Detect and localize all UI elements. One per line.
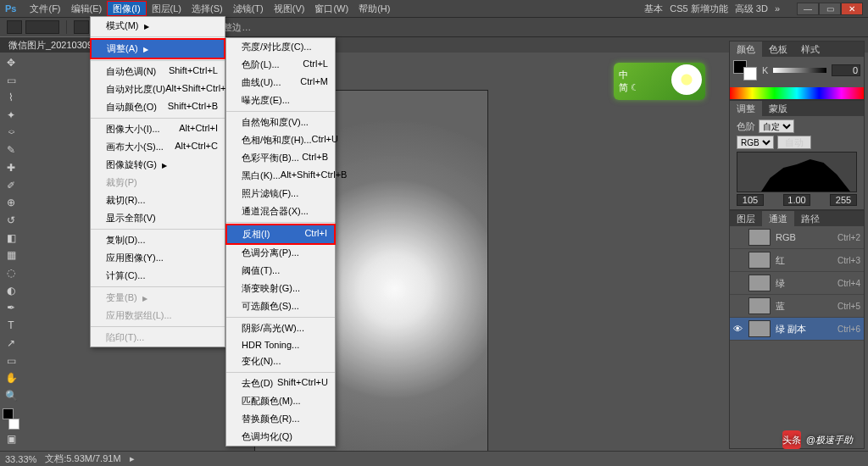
menuitem-色调分离(P)...[interactable]: 色调分离(P)... <box>226 244 335 262</box>
visibility-icon[interactable]: 👁 <box>733 324 745 334</box>
menuitem-变化(N)...[interactable]: 变化(N)... <box>226 352 335 370</box>
menu-编辑(E)[interactable]: 编辑(E) <box>66 2 108 15</box>
menuitem-自动色调(N)[interactable]: 自动色调(N)Shift+Ctrl+L <box>91 63 225 80</box>
fg-bg-icon[interactable] <box>733 60 757 80</box>
history-brush-tool[interactable]: ↺ <box>3 212 19 229</box>
channel-select[interactable]: RGB <box>737 136 774 149</box>
workspace-switcher[interactable]: 基本 CS5 新增功能 高级 3D » — ▭ ✕ <box>644 3 863 15</box>
menuitem-色相/饱和度(H)...[interactable]: 色相/饱和度(H)...Ctrl+U <box>226 131 335 149</box>
menu-图像(I)[interactable]: 图像(I) <box>107 1 146 16</box>
menu-文件(F)[interactable]: 文件(F) <box>25 2 65 15</box>
doc-size-status[interactable]: 文档:5.93M/7.91M <box>45 452 120 465</box>
hand-tool[interactable]: ✋ <box>3 369 19 386</box>
menu-窗口(W)[interactable]: 窗口(W) <box>309 2 353 15</box>
path-tool[interactable]: ↗ <box>3 335 19 352</box>
menuitem-渐变映射(G)...[interactable]: 渐变映射(G)... <box>226 280 335 297</box>
menuitem-阈值(T)...[interactable]: 阈值(T)... <box>226 262 335 280</box>
menu-视图(V)[interactable]: 视图(V) <box>269 2 310 15</box>
channel-row[interactable]: 蓝Ctrl+5 <box>730 295 864 318</box>
tab-masks[interactable]: 蒙版 <box>762 101 794 116</box>
in-gamma-input[interactable] <box>783 194 810 206</box>
in-white-input[interactable] <box>830 194 857 206</box>
menuitem-自然饱和度(V)...[interactable]: 自然饱和度(V)... <box>226 114 335 131</box>
gradient-tool[interactable]: ▦ <box>3 247 19 264</box>
menuitem-自动颜色(O)[interactable]: 自动颜色(O)Shift+Ctrl+B <box>91 98 225 116</box>
zoom-tool[interactable]: 🔍 <box>3 387 19 404</box>
menuitem-色彩平衡(B)...[interactable]: 色彩平衡(B)...Ctrl+B <box>226 149 335 167</box>
menuitem-图像大小(I)...[interactable]: 图像大小(I)...Alt+Ctrl+I <box>91 120 225 138</box>
spectrum-bar[interactable] <box>730 87 864 99</box>
eraser-tool[interactable]: ◧ <box>3 230 19 247</box>
menuitem-裁切(R)...[interactable]: 裁切(R)... <box>91 191 225 209</box>
channel-row[interactable]: RGBCtrl+2 <box>730 226 864 249</box>
menuitem-自动对比度(U)[interactable]: 自动对比度(U)Alt+Shift+Ctrl+L <box>91 80 225 98</box>
tab-color[interactable]: 颜色 <box>730 42 762 57</box>
menuitem-亮度/对比度(C)...[interactable]: 亮度/对比度(C)... <box>226 38 335 56</box>
menu-选择(S)[interactable]: 选择(S) <box>186 2 228 15</box>
menu-帮助(H)[interactable]: 帮助(H) <box>353 2 395 15</box>
zoom-status[interactable]: 33.33% <box>5 454 36 464</box>
move-tool[interactable]: ✥ <box>3 54 19 71</box>
document-tab[interactable]: 微信图片_20210309 <box>0 36 101 53</box>
menuitem-曝光度(E)...[interactable]: 曝光度(E)... <box>226 92 335 109</box>
histogram[interactable] <box>737 152 857 192</box>
menuitem-模式(M)[interactable]: 模式(M) <box>91 17 225 35</box>
in-black-input[interactable] <box>737 194 764 206</box>
menuitem-阴影/高光(W)...[interactable]: 阴影/高光(W)... <box>226 319 335 337</box>
dodge-tool[interactable]: ◐ <box>3 282 19 299</box>
menuitem-曲线(U)...[interactable]: 曲线(U)...Ctrl+M <box>226 74 335 92</box>
pen-tool[interactable]: ✒ <box>3 300 19 317</box>
menuitem-替换颜色(R)...[interactable]: 替换颜色(R)... <box>226 410 335 428</box>
crop-tool[interactable]: ⌔ <box>3 125 19 141</box>
quickmask-toggle[interactable]: ▣ <box>3 430 19 447</box>
ime-badge[interactable]: 中 简 ☾ <box>614 63 705 100</box>
wand-tool[interactable]: ✦ <box>3 107 19 124</box>
blur-tool[interactable]: ◌ <box>3 264 19 281</box>
brush-tool[interactable]: ✐ <box>3 177 19 194</box>
k-value-input[interactable] <box>832 64 860 76</box>
color-swatches[interactable] <box>3 408 19 430</box>
menuitem-黑白(K)...[interactable]: 黑白(K)...Alt+Shift+Ctrl+B <box>226 167 335 185</box>
menuitem-调整(A)[interactable]: 调整(A) <box>90 38 225 59</box>
menuitem-色调均化(Q)[interactable]: 色调均化(Q) <box>226 428 335 446</box>
tab-styles[interactable]: 样式 <box>794 42 826 57</box>
selection-mode[interactable] <box>25 20 59 34</box>
menuitem-去色(D)[interactable]: 去色(D)Shift+Ctrl+U <box>226 374 335 392</box>
tool-preset[interactable] <box>7 20 22 34</box>
lasso-tool[interactable]: ⌇ <box>3 89 19 106</box>
stamp-tool[interactable]: ⊕ <box>3 195 19 212</box>
tab-adjustments[interactable]: 调整 <box>730 101 762 116</box>
tab-layers[interactable]: 图层 <box>730 211 762 226</box>
tab-channels[interactable]: 通道 <box>762 211 794 226</box>
menuitem-色阶(L)...[interactable]: 色阶(L)...Ctrl+L <box>226 56 335 74</box>
menuitem-显示全部(V)[interactable]: 显示全部(V) <box>91 209 225 227</box>
menuitem-通道混合器(X)...[interactable]: 通道混合器(X)... <box>226 202 335 220</box>
menu-图层(L)[interactable]: 图层(L) <box>147 2 186 15</box>
type-tool[interactable]: T <box>3 317 19 334</box>
channel-row[interactable]: 绿Ctrl+4 <box>730 272 864 295</box>
auto-button[interactable]: 自动 <box>777 136 811 149</box>
menuitem-应用图像(Y)...[interactable]: 应用图像(Y)... <box>91 249 225 267</box>
preset-select[interactable]: 自定 <box>759 119 794 133</box>
minimize-button[interactable]: — <box>797 3 819 15</box>
marquee-tool[interactable]: ▭ <box>3 72 19 89</box>
menuitem-复制(D)...[interactable]: 复制(D)... <box>91 231 225 249</box>
menu-滤镜(T)[interactable]: 滤镜(T) <box>228 2 269 15</box>
channel-row[interactable]: 红Ctrl+3 <box>730 249 864 272</box>
menuitem-可选颜色(S)...[interactable]: 可选颜色(S)... <box>226 297 335 315</box>
heal-tool[interactable]: ✚ <box>3 159 19 176</box>
shape-tool[interactable]: ▭ <box>3 352 19 369</box>
menuitem-HDR Toning...[interactable]: HDR Toning... <box>226 337 335 352</box>
tab-paths[interactable]: 路径 <box>794 211 826 226</box>
menuitem-计算(C)...[interactable]: 计算(C)... <box>91 267 225 285</box>
maximize-button[interactable]: ▭ <box>819 3 841 15</box>
channel-row[interactable]: 👁绿 副本Ctrl+6 <box>730 318 864 341</box>
close-button[interactable]: ✕ <box>841 3 863 15</box>
menuitem-匹配颜色(M)...[interactable]: 匹配颜色(M)... <box>226 392 335 410</box>
menuitem-照片滤镜(F)...[interactable]: 照片滤镜(F)... <box>226 185 335 202</box>
menuitem-反相(I)[interactable]: 反相(I)Ctrl+I <box>225 224 336 245</box>
menuitem-画布大小(S)...[interactable]: 画布大小(S)...Alt+Ctrl+C <box>91 138 225 156</box>
eyedropper-tool[interactable]: ✎ <box>3 141 19 158</box>
menuitem-图像旋转(G)[interactable]: 图像旋转(G) <box>91 156 225 174</box>
tab-swatches[interactable]: 色板 <box>762 42 794 57</box>
